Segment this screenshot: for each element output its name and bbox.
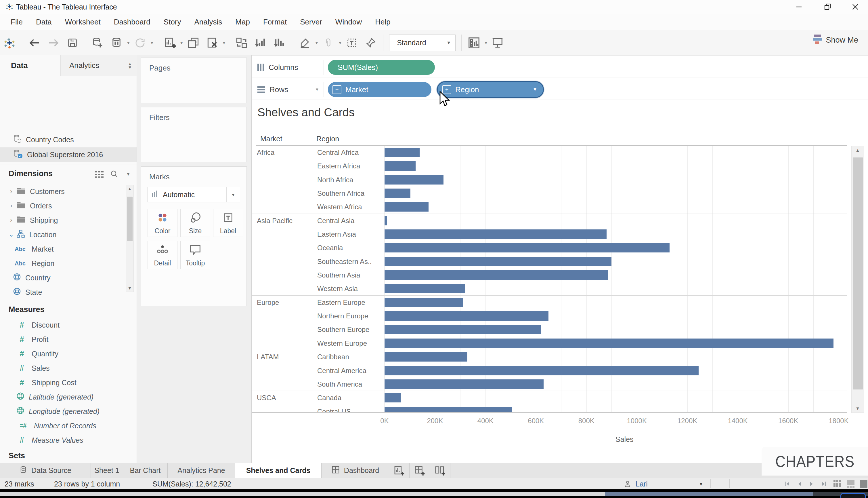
collapse-icon[interactable]: ⌄ (6, 231, 16, 238)
mark-type-dropdown[interactable]: Automatic ▼ (148, 187, 240, 202)
menu-item-data[interactable]: Data (29, 17, 58, 26)
region-label[interactable]: Canada (317, 394, 341, 402)
mark-button-size[interactable]: Size (180, 209, 210, 237)
sales-bar[interactable] (384, 339, 833, 348)
sales-bar[interactable] (384, 257, 611, 266)
measure-field[interactable]: #Measure Values (6, 433, 133, 447)
menu-item-help[interactable]: Help (368, 17, 397, 26)
menu-item-map[interactable]: Map (229, 17, 257, 26)
sales-bar[interactable] (384, 230, 607, 239)
mark-button-detail[interactable]: Detail (148, 241, 177, 269)
chart-row[interactable]: Southern Africa (252, 186, 847, 200)
chevron-down-icon[interactable]: ▼ (150, 40, 154, 45)
sales-bar[interactable] (384, 216, 387, 225)
next-sheet-icon[interactable] (808, 481, 815, 488)
chart-row[interactable]: Asia PacificCentral Asia (252, 214, 847, 227)
video-progress-strip[interactable] (0, 489, 868, 498)
region-label[interactable]: Western Africa (317, 203, 362, 211)
sales-bar[interactable] (384, 311, 548, 321)
dimension-field[interactable]: ⌄Location (6, 227, 133, 242)
swap-rows-columns-button[interactable] (233, 34, 250, 52)
dimensions-menu-caret-icon[interactable]: ▼ (126, 172, 131, 177)
chapters-overlay[interactable]: CHAPTERS (762, 447, 868, 475)
region-label[interactable]: Southern Asia (317, 271, 360, 279)
fit-mode-dropdown[interactable]: Standard▼ (389, 35, 456, 51)
new-data-source-button[interactable] (89, 34, 106, 52)
show-hide-cards-button[interactable] (466, 34, 482, 52)
rows-shelf[interactable]: Rows ▼ − Market + Region ▼ (252, 79, 868, 100)
chart-row[interactable]: Western Africa (252, 200, 847, 213)
dimension-field[interactable]: ›Shipping (6, 213, 133, 227)
sales-bar[interactable] (384, 148, 420, 157)
dimension-field[interactable]: State (13, 285, 139, 299)
minimize-button[interactable] (790, 2, 808, 12)
presentation-mode-button[interactable] (489, 34, 506, 52)
user-name[interactable]: Lari (636, 480, 648, 488)
tableau-logo-button[interactable] (1, 34, 18, 52)
sales-bar[interactable] (384, 325, 541, 334)
video-progress-played[interactable] (0, 492, 605, 496)
fix-axes-button[interactable] (362, 34, 379, 52)
scroll-down-icon[interactable]: ▼ (126, 286, 134, 290)
market-label[interactable]: Asia Pacific (257, 217, 293, 225)
region-label[interactable]: Central America (317, 367, 366, 375)
measure-field[interactable]: =#Number of Records (6, 419, 133, 433)
dimension-field[interactable]: ›Customers (6, 184, 133, 199)
tab-analytics-pane[interactable]: Analytics Pane (168, 463, 235, 478)
scroll-up-icon[interactable]: ▲ (852, 148, 864, 153)
measure-field[interactable]: Latitude (generated) (6, 390, 133, 404)
data-source-item[interactable]: Global Superstore 2016 (0, 147, 137, 162)
sales-bar[interactable] (384, 393, 401, 403)
menu-item-format[interactable]: Format (257, 17, 293, 26)
data-source-item[interactable]: Country Codes (0, 132, 137, 147)
sales-bar[interactable] (384, 161, 416, 171)
sales-bar[interactable] (384, 270, 608, 280)
chart-row[interactable]: South America (252, 377, 847, 391)
scroll-thumb[interactable] (127, 197, 133, 241)
pill-market[interactable]: − Market (328, 82, 431, 97)
chart-row[interactable]: Central America (252, 364, 847, 377)
menu-item-dashboard[interactable]: Dashboard (107, 17, 157, 26)
sales-bar[interactable] (384, 175, 444, 184)
sales-bar[interactable] (384, 188, 410, 198)
menu-item-analysis[interactable]: Analysis (188, 17, 229, 26)
tab-data[interactable]: Data (0, 55, 60, 76)
chevron-down-icon[interactable]: ▼ (484, 40, 488, 45)
measure-field[interactable]: Longitude (generated) (6, 404, 133, 419)
chevron-down-icon[interactable]: ▼ (338, 40, 342, 45)
chart-row[interactable]: Northern Europe (252, 309, 847, 323)
filters-card[interactable]: Filters (141, 107, 247, 162)
pane-collapse-icon[interactable]: ▲▼ (128, 62, 132, 69)
region-label[interactable]: Central Africa (317, 148, 358, 157)
measure-field[interactable]: #Quantity (6, 346, 133, 361)
previous-sheet-icon[interactable] (796, 481, 803, 488)
menu-item-story[interactable]: Story (157, 17, 188, 26)
market-label[interactable]: Africa (257, 148, 274, 157)
tab-bar-chart[interactable]: Bar Chart (123, 463, 168, 478)
region-label[interactable]: Southeastern As.. (317, 258, 371, 266)
tab-dashboard[interactable]: Dashboard (322, 463, 389, 478)
highlight-button[interactable] (296, 34, 313, 52)
region-label[interactable]: Central US (317, 408, 351, 413)
new-worksheet-button[interactable] (161, 34, 178, 52)
collapse-hierarchy-icon[interactable]: − (333, 85, 341, 94)
measure-field[interactable]: #Sales (6, 361, 133, 375)
mark-button-color[interactable]: Color (148, 209, 177, 237)
menu-item-server[interactable]: Server (293, 17, 329, 26)
pause-auto-updates-button[interactable] (108, 34, 125, 52)
dimensions-scrollbar[interactable]: ▲ ▼ (126, 185, 134, 292)
video-progress-buffered[interactable] (605, 492, 813, 496)
dimension-field[interactable]: AbcMarket (13, 242, 139, 256)
scroll-thumb[interactable] (853, 157, 863, 390)
rows-shelf-caret-icon[interactable]: ▼ (315, 87, 319, 92)
tab-sheet-1[interactable]: Sheet 1 (91, 463, 123, 478)
region-label[interactable]: North Africa (317, 176, 353, 184)
search-icon[interactable] (110, 170, 119, 180)
sort-descending-button[interactable] (271, 34, 288, 52)
sales-bar[interactable] (384, 379, 544, 389)
chevron-down-icon[interactable]: ▼ (179, 40, 184, 45)
sort-ascending-button[interactable] (252, 34, 269, 52)
chart-scrollbar[interactable]: ▲ ▼ (851, 146, 864, 413)
expand-hierarchy-icon[interactable]: + (442, 85, 451, 94)
new-dashboard-tab-button[interactable] (409, 463, 430, 478)
